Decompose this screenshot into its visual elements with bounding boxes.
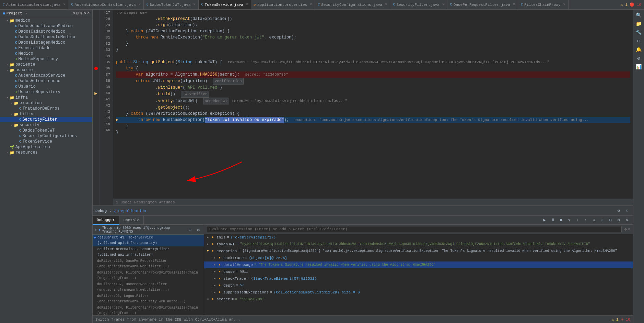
layout-icon[interactable]: ⊟ [77,11,79,15]
tab-once-per-request-filter[interactable]: C OncePerRequestFilter.java × [447,0,518,10]
var-expand-icon[interactable]: ▶ [214,262,219,268]
close-panel-icon[interactable]: × [87,11,90,15]
frame-item-1[interactable]: doFilterInternal:33, SecurityFilter (vol… [93,246,204,258]
tab-application-properties[interactable]: ⚙ application.properties × [251,0,315,10]
tree-expand-arrow[interactable]: ▾ [10,112,14,116]
tree-item-tratador-de-erros[interactable]: C TratadorDeErros [0,106,92,111]
evaluate-btn[interactable]: ≡ [599,217,606,224]
tree-expand-arrow[interactable]: ▸ [5,63,10,67]
tree-item-dados-detalhamento-medico[interactable]: C DadosDetalhamentoMedico [0,34,92,40]
close2-btn[interactable]: × [623,217,630,224]
tree-item-usuario-repository[interactable]: I UsuarioRepository [0,89,92,95]
tree-item-api-application[interactable]: 🌱 ApiApplication [0,144,92,150]
debug-close-btn[interactable]: × [623,208,630,214]
tree-item-security-filter[interactable]: C SecurityFilter [0,117,92,122]
tree-item-exception[interactable]: ▾ 📁 exception [0,100,92,106]
step-over-btn[interactable]: ↷ [566,217,573,224]
tree-item-filter[interactable]: ▾ 📁 filter [0,111,92,117]
tab-autenticacao-controller[interactable]: C AutenticacaoController.java × [68,0,143,10]
var-expand-icon[interactable]: ▶ [207,234,212,241]
right-sidebar-btn-7[interactable]: 📊 [636,64,642,70]
frame-item-0[interactable]: ▶ getSubject:43, TokenService (voll.med.… [93,235,204,246]
var-detail-message[interactable]: ▶ ● detailMessage = "The Token's Signatu… [204,261,633,268]
tree-item-resources[interactable]: ▸ 📁 resources [0,150,92,155]
tab-filter-chain-proxy[interactable]: C FilterChainProxy × [518,0,569,10]
var-depth[interactable]: ▶ ● depth = 57 [204,282,633,289]
tab-autenticacao-service[interactable]: C AutenticacaoService.java × [0,0,68,10]
tab-console[interactable]: Console [119,216,144,225]
tab-close-btn[interactable]: × [246,3,248,7]
right-sidebar-btn-1[interactable]: 🔍 [636,12,642,18]
tree-item-paciente[interactable]: ▸ 📁 paciente [0,62,92,67]
tree-item-medico[interactable]: ▾ 📁 medico [0,18,92,23]
tab-close-btn[interactable]: × [139,3,141,7]
code-content[interactable]: no usages new .withExpiresAt(dataExpirac… [113,10,633,205]
var-expand-icon[interactable]: ▶ [214,282,219,289]
expression-settings-icon[interactable]: ⚙ [624,227,627,232]
var-exception[interactable]: ▼ ● exception = {SignatureVerificationEx… [204,248,633,255]
frame-item-3[interactable]: doFilter:374, FilterChainProxy$VirtualFi… [93,270,204,281]
tree-item-autenticacao-service[interactable]: C AutenticacaoService [0,73,92,78]
var-stack-trace[interactable]: ▶ ● stackTrace = {StackTraceElement[57]@… [204,275,633,282]
tree-item-infra[interactable]: ▾ 📁 infra [0,95,92,100]
right-sidebar-btn-5[interactable]: 🔔 [636,47,642,53]
right-sidebar-btn-4[interactable]: ⊟ [637,38,640,44]
right-sidebar-btn-3[interactable]: 🔧 [636,30,642,35]
tree-expand-arrow[interactable]: ▾ [5,19,10,23]
step-into-btn[interactable]: ↓ [574,217,581,224]
var-suppressed-exceptions[interactable]: ▶ ● suppressedExceptions = {Collections$… [204,289,633,296]
var-expand-icon[interactable]: ▶ [207,241,212,247]
thread-filter-btn[interactable]: ⊟ [187,226,194,233]
expression-close-icon[interactable]: × [628,227,630,231]
pause-btn[interactable]: ⏸ [549,217,556,224]
tree-expand-arrow[interactable]: ▾ [5,68,10,72]
project-dropdown-icon[interactable]: ▾ [25,11,27,15]
frame-item-6[interactable]: doFilter:374, FilterChainProxy$VirtualFi… [93,305,204,315]
var-backtrace[interactable]: ▶ ● backtrace = {Object[6]@12526} [204,255,633,261]
breakpoint-dot[interactable] [93,65,99,71]
tab-close-btn[interactable]: × [442,3,444,7]
thread-settings-btn[interactable]: ⚙ [195,226,202,233]
right-sidebar-btn-2[interactable]: 📁 [636,21,642,27]
var-expand-icon[interactable]: ∞ [207,296,212,302]
tree-item-usuario[interactable]: ▾ 📁 usuario [0,67,92,73]
tab-close-btn[interactable]: × [563,3,565,7]
var-secret[interactable]: ∞ ● secret = = "123456789" [204,296,633,303]
tree-item-token-service[interactable]: C TokenService [0,139,92,144]
tree-item-medico-repository[interactable]: I MedicoRepository [0,56,92,62]
tree-item-dados-atualizacao-medico[interactable]: C DadosAtualizacaoMedico [0,23,92,29]
resume-btn[interactable]: ▶ [541,217,548,224]
frame-item-5[interactable]: doFilter:93, LogoutFilter (org.springfra… [93,293,204,305]
tree-item-especialidade[interactable]: C Especialidade [0,45,92,51]
tree-item-dados-autenticacao[interactable]: C DadosAutenticacao [0,78,92,84]
tree-expand-arrow[interactable]: ▾ [10,123,14,127]
tab-security-filter[interactable]: C SecurityFilter.java × [390,0,447,10]
frame-item-2[interactable]: doFilter:116, OncePerRequestFilter (org.… [93,258,204,270]
var-expand-icon[interactable]: ▶ [214,289,219,296]
tree-expand-arrow[interactable]: ▸ [5,151,10,155]
settings2-btn[interactable]: ⚙ [615,217,622,224]
tree-item-medico-class[interactable]: C Medico [0,51,92,56]
tree-item-dados-listagem-medico[interactable]: C DadosListagemMedico [0,40,92,45]
run-to-cursor-btn[interactable]: ⇨ [590,217,597,224]
tab-close-btn[interactable]: × [194,3,196,7]
sort-icon[interactable]: ⇅ [80,11,82,15]
tab-token-service[interactable]: C TokenService.java × [199,0,251,10]
tab-close-btn[interactable]: × [63,3,65,7]
tree-item-security[interactable]: ▾ 📁 security [0,122,92,128]
debug-settings-btn[interactable]: ⚙ [615,208,622,214]
tree-item-usuario-class[interactable]: C Usuario [0,84,92,89]
var-expand-icon[interactable]: ▶ [214,269,219,275]
tree-expand-arrow[interactable]: ▾ [5,96,10,100]
settings-icon[interactable]: ⚙ [84,11,86,15]
tab-close-btn[interactable]: × [385,3,387,7]
tab-close-btn[interactable]: × [513,3,515,7]
expression-input[interactable] [207,226,622,232]
tree-item-security-configurations[interactable]: C SecurityConfigurations [0,133,92,139]
right-sidebar-btn-6[interactable]: ⚙ [637,55,640,61]
filter-btn[interactable]: ⊟ [607,217,614,224]
var-expand-icon[interactable]: ▶ [214,276,219,282]
tab-close-btn[interactable]: × [310,3,312,7]
tab-security-configurations[interactable]: C SecurityConfigurations.java × [315,0,390,10]
tree-item-dados-cadastro-medico[interactable]: C DadosCadastroMedico [0,29,92,34]
